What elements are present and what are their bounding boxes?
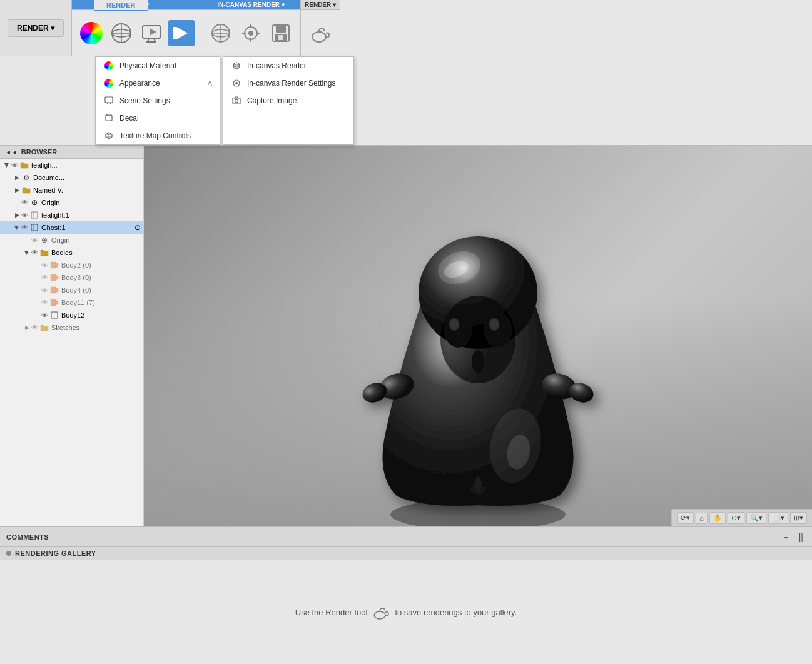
tree-label-root: tealigh... — [31, 161, 141, 169]
scene-settings-label: Scene Settings — [119, 96, 170, 105]
render-button-area: RENDER ▾ — [0, 0, 72, 56]
comments-label: COMMENTS — [6, 533, 776, 541]
eye-icon-body2[interactable]: 👁 — [41, 261, 48, 269]
eye-icon-root[interactable]: 👁 — [11, 161, 18, 169]
svg-rect-10 — [173, 27, 176, 39]
tree-arrow-bodies[interactable]: ▶ — [24, 248, 30, 257]
body-icon-body3 — [49, 273, 59, 283]
svg-rect-22 — [276, 25, 286, 33]
folder-icon-bodies — [39, 248, 49, 258]
tree-item-body3[interactable]: ▶ 👁 Body3 (0) — [0, 271, 143, 284]
render-btn-label: RENDER ▾ — [17, 24, 54, 33]
appearance-shortcut: A — [208, 79, 212, 87]
tree-item-body2[interactable]: ▶ 👁 Body2 (0) — [0, 259, 143, 271]
viewport-bottom-toolbar: ⟳▾ ⌂ ✋ ⊕▾ 🔍▾ ⬜▾ ⊞▾ — [671, 509, 812, 526]
add-comment-btn[interactable]: + — [781, 532, 791, 542]
tree-item-body11[interactable]: ▶ 👁 Body11 (7) — [0, 296, 143, 309]
appearance-icon-btn[interactable] — [108, 20, 134, 46]
tree-item-root[interactable]: ▶ 👁 tealigh... — [0, 159, 143, 171]
in-canvas-group-label[interactable]: IN-CANVAS RENDER ▾ — [201, 0, 300, 10]
svg-rect-52 — [54, 301, 58, 304]
browser-collapse-btn[interactable]: ◄◄ — [5, 149, 18, 156]
tree-item-named[interactable]: ▶ Named V... — [0, 184, 143, 196]
main-content: ◄◄ BROWSER ▶ 👁 tealigh... ▶ ⚙ Docume... — [0, 146, 812, 526]
orbit-tool-btn[interactable]: ⟳▾ — [677, 512, 694, 524]
pan-tool-btn[interactable]: ✋ — [709, 512, 726, 524]
tree-item-documents[interactable]: ▶ ⚙ Docume... — [0, 171, 143, 184]
capture-image-menu-item[interactable]: Capture Image... — [223, 92, 353, 109]
tree-item-ghost-origin[interactable]: ▶ 👁 ⊕ Origin — [0, 234, 143, 246]
scene-settings-menu-item[interactable]: Scene Settings — [96, 92, 220, 109]
tree-item-ghost1[interactable]: ▶ 👁 Ghost:1 ⊙ — [0, 221, 143, 234]
tree-item-sketches[interactable]: ▶ 👁 Sketches — [0, 321, 143, 334]
toolbar-top: RENDER ▾ RENDER SETUP ▾ — [0, 0, 812, 56]
setup-dropdown-menu: Physical Material Appearance A Scene Set — [95, 56, 220, 145]
svg-rect-50 — [54, 288, 58, 292]
home-tool-btn[interactable]: ⌂ — [696, 513, 708, 524]
ghost-left-eye — [444, 313, 472, 348]
comments-bar: COMMENTS + || — [0, 527, 812, 547]
body-icon-body11 — [49, 298, 59, 308]
tree-arrow-sketches[interactable]: ▶ — [23, 324, 31, 331]
rendering-gallery-label: RENDERING GALLERY — [15, 550, 96, 557]
in-canvas-settings-menu-item[interactable]: In-canvas Render Settings — [223, 74, 353, 92]
tree-item-body12[interactable]: ▶ 👁 Body12 — [0, 309, 143, 321]
zoom-tool-btn[interactable]: 🔍▾ — [746, 512, 766, 524]
body-icon-body2 — [49, 260, 59, 270]
render-nav-icon-btn[interactable] — [168, 20, 195, 46]
svg-rect-30 — [106, 116, 112, 121]
render-settings-icon-btn[interactable] — [238, 20, 264, 46]
eye-icon-ghost1[interactable]: 👁 — [21, 224, 28, 231]
tree-item-origin[interactable]: ▶ 👁 ⊕ Origin — [0, 196, 143, 209]
tree-label-body2: Body2 (0) — [61, 261, 141, 269]
scene-settings-icon-btn[interactable] — [138, 20, 165, 46]
save-render-icon-btn[interactable] — [268, 20, 294, 46]
tree-arrow-ghost1[interactable]: ▶ — [14, 223, 20, 232]
viewport-3d[interactable]: ⟳▾ ⌂ ✋ ⊕▾ 🔍▾ ⬜▾ ⊞▾ — [144, 146, 812, 526]
eye-icon-body12[interactable]: 👁 — [41, 311, 48, 319]
render-group-label[interactable]: RENDER ▾ — [301, 0, 340, 10]
gallery-hint-text: Use the Render tool — [295, 608, 368, 617]
comments-divider-btn[interactable]: || — [796, 532, 806, 542]
tree-label-named: Named V... — [33, 186, 141, 194]
physical-material-icon-btn[interactable] — [78, 20, 104, 46]
texture-map-menu-item[interactable]: Texture Map Controls — [96, 127, 220, 144]
svg-rect-48 — [54, 276, 58, 279]
eye-icon-origin[interactable]: 👁 — [21, 199, 28, 206]
gallery-status-dot — [6, 551, 11, 556]
eye-icon-tealight1[interactable]: 👁 — [21, 211, 28, 219]
svg-point-25 — [312, 32, 326, 42]
zoom-fit-btn[interactable]: ⊕▾ — [728, 512, 744, 524]
render-top-label: RENDER — [94, 0, 148, 11]
eye-icon-body11[interactable]: 👁 — [41, 299, 48, 306]
eye-icon-body3[interactable]: 👁 — [41, 274, 48, 281]
tree-arrow-tealight1[interactable]: ▶ — [13, 212, 21, 218]
decal-menu-item[interactable]: Decal — [96, 109, 220, 127]
tree-item-tealight1[interactable]: ▶ 👁 tealight:1 — [0, 209, 143, 221]
grid-btn[interactable]: ⊞▾ — [790, 512, 807, 524]
tree-item-bodies[interactable]: ▶ 👁 Bodies — [0, 246, 143, 259]
svg-rect-41 — [31, 212, 38, 218]
eye-icon-ghost-origin[interactable]: 👁 — [31, 236, 38, 244]
arrow-icon — [170, 22, 193, 44]
physical-material-menu-item[interactable]: Physical Material — [96, 57, 220, 74]
rendering-gallery-bar[interactable]: RENDERING GALLERY — [0, 547, 812, 560]
save-icon — [270, 22, 292, 44]
eye-icon-bodies[interactable]: 👁 — [31, 249, 38, 256]
decal-label: Decal — [119, 114, 139, 123]
eye-icon-body4[interactable]: 👁 — [41, 286, 48, 294]
teapot-icon-btn[interactable] — [307, 20, 333, 46]
eye-icon-sketches[interactable]: 👁 — [31, 324, 38, 331]
svg-rect-39 — [233, 98, 240, 104]
tree-arrow-documents[interactable]: ▶ — [13, 174, 21, 181]
appearance-menu-item[interactable]: Appearance A — [96, 74, 220, 92]
in-canvas-render-label: In-canvas Render — [247, 61, 307, 70]
in-canvas-render-icon-btn[interactable] — [208, 20, 234, 46]
tree-arrow-named[interactable]: ▶ — [13, 187, 21, 193]
display-mode-btn[interactable]: ⬜▾ — [768, 512, 788, 524]
tree-item-body4[interactable]: ▶ 👁 Body4 (0) — [0, 284, 143, 296]
tree-arrow-root[interactable]: ▶ — [4, 161, 10, 169]
in-canvas-render-menu-item[interactable]: In-canvas Render — [223, 57, 353, 74]
appearance-label: Appearance — [119, 79, 160, 88]
render-dropdown-button[interactable]: RENDER ▾ — [8, 19, 64, 37]
